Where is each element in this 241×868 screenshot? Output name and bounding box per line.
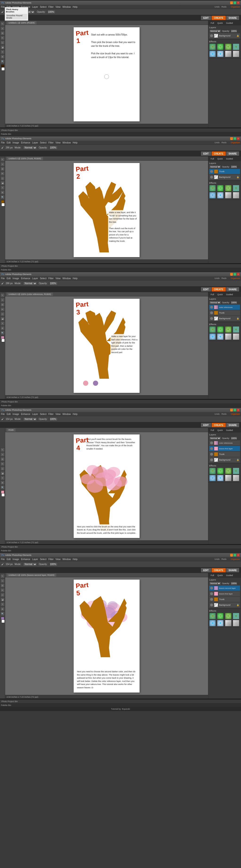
lasso-tool-4[interactable]: ⌾ [0,452,5,457]
tab-guided-2[interactable]: Guided [225,157,234,160]
eff-4-4[interactable]: 🌿 [233,468,239,474]
undo-btn-4[interactable]: Undo [214,413,219,415]
tab-full-5[interactable]: Full [209,574,216,577]
close-btn-3[interactable]: × [237,273,240,276]
effect-5[interactable]: 🌐 [209,51,216,57]
effect-2-3[interactable]: 🌿 [225,185,232,191]
menu-edit-4[interactable]: Edit [7,413,10,415]
minimize-btn-5[interactable]: _ [230,554,233,557]
menu-enhance-5[interactable]: Enhance [21,558,30,561]
maximize-btn-4[interactable]: □ [234,409,236,411]
bg-color-5[interactable] [1,620,5,623]
tab-guided-1[interactable]: Guided [225,22,234,25]
lasso-tool[interactable]: ⌾ [0,26,5,31]
menu-window-5[interactable]: Window [62,558,71,561]
layer-background-1[interactable]: Background 🔒 [209,33,240,38]
eff-4-2[interactable]: 🌿 [217,468,223,474]
menu-view-4[interactable]: View [56,413,61,415]
zoom-tool[interactable]: 🔍 [0,59,5,63]
layer-fl-5[interactable]: leaves first layer [209,591,240,596]
move-tool-5[interactable]: ↖ [0,574,5,578]
menu-file-4[interactable]: File [1,413,5,415]
undo-btn[interactable]: Undo [214,6,219,8]
organizer-btn-5[interactable]: Organizer [231,558,240,560]
menu-layer[interactable]: Layer [32,6,38,8]
eff-5-4[interactable]: 🌿 [233,613,239,619]
layer-trunk-5[interactable]: Trunk [209,597,240,602]
eff-4-5[interactable]: 🌐 [209,475,216,481]
eraser-tool-5[interactable]: ◻ [0,593,5,597]
tab-full-1[interactable]: Full [209,22,216,25]
brush-tool-2[interactable]: ✏ [0,172,5,176]
menu-image-4[interactable]: Image [12,413,19,415]
eff-3-7[interactable]: ◻ [225,333,232,340]
eraser-tool-4[interactable]: ◻ [0,466,5,471]
organizer-btn-3[interactable]: Organizer [231,277,240,279]
menu-help-2[interactable]: Help [73,142,78,144]
menu-help-3[interactable]: Help [73,277,78,280]
close-btn-4[interactable]: × [237,409,240,411]
tab-full-2[interactable]: Full [209,157,216,160]
opacity-val-3[interactable] [231,301,237,304]
layer-colorref-3[interactable]: color references [209,305,240,310]
eyedropper-tool-3[interactable]: ⊘ [0,326,5,330]
tab-guided-4[interactable]: Guided [225,429,234,432]
effect-2-4[interactable]: 🌿 [233,185,239,191]
share-btn-2[interactable]: SHARE [226,152,239,156]
mode-select-5[interactable]: Normal [23,562,37,566]
effect-2-1[interactable]: 🌿 [209,185,216,191]
canvas-tab-2[interactable]: Untitled-3 @ 100% (Trunk, RGB/8) [7,157,43,160]
effect-3[interactable]: 🌿 [225,43,232,50]
brush-tool-4[interactable]: ✏ [0,462,5,466]
menu-view-2[interactable]: View [56,142,61,144]
create-btn-2[interactable]: CREATE [212,152,226,156]
eff-5-6[interactable]: 🌐 [217,620,223,626]
create-btn-5[interactable]: CREATE [212,568,226,572]
menu-file-2[interactable]: File [1,142,5,144]
tab-quick-5[interactable]: Quick [216,574,224,577]
tab-quick-1[interactable]: Quick [216,22,224,25]
lasso-tool-3[interactable]: ⌾ [0,298,5,302]
eff-5-5[interactable]: 🌐 [209,620,216,626]
menu-image-5[interactable]: Image [12,558,19,561]
edit-btn-5[interactable]: EDIT [201,568,211,572]
effect-2-2[interactable]: 🌿 [217,185,223,191]
layer-bg-2[interactable]: Background 🔒 [209,175,240,180]
blend-mode-select-5[interactable]: Normal [209,582,221,585]
bg-color-4[interactable] [1,493,5,497]
maximize-btn-2[interactable]: □ [234,137,236,140]
undo-btn-3[interactable]: Undo [214,277,219,279]
organizer-btn-2[interactable]: Organizer [231,142,240,144]
fill-tool-4[interactable]: ◪ [0,471,5,475]
effect-7[interactable]: ◻ [225,51,232,57]
organizer-btn-4[interactable]: Organizer [231,413,240,415]
maximize-btn[interactable]: □ [234,1,236,4]
opacity-input[interactable] [47,10,56,14]
crop-tool-4[interactable]: ⊡ [0,457,5,461]
eff-3-4[interactable]: 🌿 [233,326,239,333]
opacity-input-2[interactable] [50,146,58,150]
text-tool-2[interactable]: T [0,186,5,190]
edit-btn-3[interactable]: EDIT [201,287,211,291]
fill-tool-3[interactable]: ◪ [0,317,5,321]
menu-layer-2[interactable]: Layer [32,142,38,144]
blend-mode-select-2[interactable]: Normal [209,165,221,168]
move-tool[interactable]: ↖ [0,22,5,26]
bg-color-3[interactable] [1,339,5,342]
eyedropper-tool[interactable]: ⊘ [0,55,5,59]
menu-image-3[interactable]: Image [12,277,19,280]
menu-file[interactable]: File [1,6,5,8]
close-btn-2[interactable]: × [237,137,240,140]
menu-edit-2[interactable]: Edit [7,142,10,144]
menu-enhance-2[interactable]: Enhance [21,142,30,144]
layer-fl-4[interactable]: leaves first layer [209,446,240,451]
eff-5-1[interactable]: 🌿 [209,613,216,619]
close-btn[interactable]: × [237,1,240,4]
canvas-tab-5[interactable]: Untitled-3 @ 100% (leaves second layer, … [7,574,56,577]
eraser-tool-3[interactable]: ◻ [0,312,5,316]
effect-2-7[interactable]: ◻ [225,192,232,198]
edit-btn-2[interactable]: EDIT [201,152,211,156]
fill-tool-2[interactable]: ◪ [0,181,5,185]
minimize-btn[interactable]: _ [230,1,233,4]
menu-window[interactable]: Window [62,6,71,8]
